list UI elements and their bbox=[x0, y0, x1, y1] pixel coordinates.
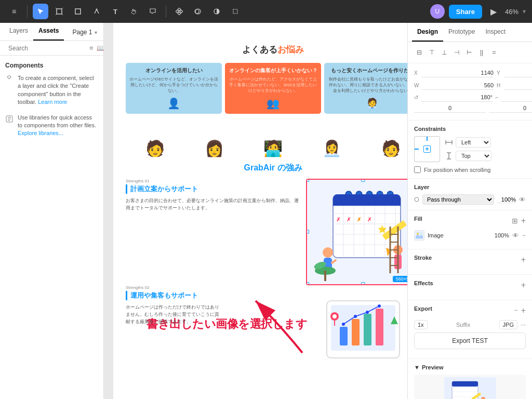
explore-libraries-link[interactable]: Explore libraries... bbox=[18, 130, 63, 136]
export-more-btn[interactable]: ··· bbox=[521, 321, 526, 328]
play-button[interactable]: ▶ bbox=[486, 4, 501, 19]
blend-icon bbox=[213, 8, 220, 15]
position-section: X Y W H ▲ ▼ bbox=[408, 63, 532, 121]
selection-handle-tm[interactable] bbox=[362, 179, 365, 182]
menu-button[interactable]: ≡ bbox=[6, 4, 22, 19]
fix-position-checkbox[interactable] bbox=[414, 166, 421, 173]
tab-design[interactable]: Design bbox=[412, 23, 443, 42]
w-field: W bbox=[414, 81, 494, 90]
card-1: オンラインを活用したい ホームページやECサイトなど、オンラインを活用したいけど… bbox=[126, 63, 222, 114]
layer-section: Layer Pass through Normal Multiply Scree… bbox=[408, 179, 532, 210]
svg-text:✗: ✗ bbox=[357, 217, 361, 222]
fill-section-header: Fill ⊞ + bbox=[414, 216, 526, 226]
fill-section: Fill ⊞ + Image 100% 👁 − bbox=[408, 210, 532, 249]
share-button[interactable]: Share bbox=[449, 5, 482, 19]
effects-add-btn[interactable]: + bbox=[521, 281, 526, 289]
svg-point-88 bbox=[417, 233, 419, 235]
h-input[interactable] bbox=[504, 81, 532, 90]
component-hint-text: To create a component, select a layer an… bbox=[18, 74, 98, 107]
tab-prototype[interactable]: Prototype bbox=[443, 23, 480, 42]
tab-inspect[interactable]: Inspect bbox=[480, 23, 511, 42]
w-input[interactable] bbox=[422, 81, 494, 90]
v-constraint-select[interactable]: Top Bottom Center Scale bbox=[456, 151, 491, 161]
canvas-area[interactable]: よくあるお悩み オンラインを活用したい ホームページやECサイトなど、オンライン… bbox=[104, 23, 407, 399]
fill-grid-icon[interactable]: ⊞ bbox=[512, 217, 518, 225]
fill-add-btn[interactable]: + bbox=[521, 217, 526, 225]
selection-handle-tl[interactable] bbox=[306, 179, 309, 182]
library-hint-text: Use libraries for quick access to compon… bbox=[18, 114, 98, 138]
fill-image-icon bbox=[415, 231, 423, 240]
selection-handle-ml[interactable] bbox=[306, 230, 309, 234]
export-button[interactable]: Export TEST bbox=[414, 332, 526, 349]
main-area: Layers Assets Page 1 ▾ ≡ 📖 Components bbox=[0, 23, 532, 399]
corner-icon: ⌐ bbox=[496, 95, 499, 100]
pen-tool[interactable] bbox=[89, 4, 104, 19]
preview-chevron-icon[interactable]: ▼ bbox=[414, 364, 420, 370]
h-constraint-select[interactable]: Left Right Center Scale bbox=[456, 137, 491, 148]
search-input[interactable] bbox=[8, 45, 86, 52]
selected-image-frame: ✗ ✗ ✗ ✗ ⭐ bbox=[306, 179, 407, 285]
eye-icon[interactable]: 👁 bbox=[519, 196, 526, 204]
zoom-level[interactable]: 46% bbox=[505, 8, 518, 16]
shape-tool[interactable] bbox=[70, 4, 86, 19]
frame-tool[interactable] bbox=[51, 4, 67, 19]
comment-tool[interactable] bbox=[145, 4, 161, 19]
zoom-chevron-icon[interactable]: ▾ bbox=[523, 8, 526, 15]
layer-row: Pass through Normal Multiply Screen 👁 bbox=[414, 194, 526, 205]
page-label[interactable]: Page 1 ▾ bbox=[71, 23, 100, 41]
export-add-btn[interactable]: + bbox=[521, 307, 526, 315]
tab-layers[interactable]: Layers bbox=[4, 23, 33, 41]
align-center-h-btn[interactable]: ⊤ bbox=[427, 47, 437, 58]
fill-swatch[interactable] bbox=[414, 230, 424, 241]
cards-row: オンラインを活用したい ホームページやECサイトなど、オンラインを活用したいけど… bbox=[126, 63, 407, 114]
effects-section-header: Effects + bbox=[414, 280, 526, 290]
text-tool[interactable]: T bbox=[108, 4, 123, 19]
rotation-input[interactable] bbox=[421, 93, 493, 102]
opacity-input[interactable] bbox=[497, 196, 516, 203]
svg-text:⭐: ⭐ bbox=[378, 225, 387, 234]
x-input[interactable] bbox=[422, 69, 494, 77]
align-right-btn[interactable]: ⊥ bbox=[439, 47, 449, 58]
export-minus-btn[interactable]: − bbox=[514, 307, 518, 315]
blend-tool[interactable] bbox=[209, 4, 224, 19]
card-3: もっと安くホームページを作りたい 制作会社に見積もりを取ったけどお金がないの作れ… bbox=[324, 63, 407, 114]
user-avatar[interactable]: U bbox=[430, 4, 445, 19]
hand-tool[interactable] bbox=[126, 4, 142, 19]
fill-eye-icon[interactable]: 👁 bbox=[512, 232, 519, 240]
svg-point-49 bbox=[323, 247, 333, 258]
export-scale[interactable]: 1x bbox=[414, 320, 428, 329]
fill-remove-btn[interactable]: − bbox=[522, 232, 526, 239]
export-section: Export − + 1x Suffix JPG ··· Export TEST bbox=[408, 300, 532, 359]
align-center-v-btn[interactable]: ⊢ bbox=[464, 47, 474, 58]
h-constraint-row: Left Right Center Scale bbox=[445, 137, 491, 148]
right-panel: Design Prototype Inspect ⊟ ⊤ ⊥ ⊣ ⊢ || = … bbox=[407, 23, 532, 399]
svg-point-77 bbox=[332, 314, 337, 318]
y-input[interactable] bbox=[504, 69, 532, 77]
align-top-btn[interactable]: ⊣ bbox=[451, 47, 462, 58]
list-view-icon[interactable]: ≡ bbox=[89, 44, 94, 52]
svg-line-3 bbox=[56, 14, 57, 15]
stroke-add-btn[interactable]: + bbox=[521, 256, 526, 264]
xy-row: X Y bbox=[414, 69, 526, 77]
learn-more-link[interactable]: Learn more bbox=[38, 99, 67, 105]
export-format[interactable]: JPG bbox=[499, 320, 517, 329]
y-field: Y bbox=[497, 69, 532, 77]
x-field: X bbox=[414, 69, 494, 77]
size-badge: 560×507 bbox=[393, 276, 407, 282]
align-left-btn[interactable]: ⊟ bbox=[414, 47, 424, 58]
cursor-tool[interactable] bbox=[33, 4, 48, 19]
corner-tl-input[interactable] bbox=[414, 104, 486, 113]
corner-radius-input[interactable] bbox=[501, 93, 532, 102]
corner-tr-input[interactable] bbox=[489, 104, 532, 113]
align-bottom-btn[interactable]: || bbox=[476, 47, 487, 58]
fill-row: Image 100% 👁 − bbox=[414, 230, 526, 241]
crop-tool[interactable] bbox=[228, 4, 243, 19]
component-tool[interactable] bbox=[171, 4, 187, 19]
constraint-dropdowns: Left Right Center Scale T bbox=[445, 137, 491, 161]
tab-assets[interactable]: Assets bbox=[33, 23, 64, 41]
distribute-btn[interactable]: = bbox=[489, 47, 499, 58]
mask-tool[interactable] bbox=[190, 4, 206, 19]
constraints-section: Constraints bbox=[408, 121, 532, 179]
blend-mode-select[interactable]: Pass through Normal Multiply Screen bbox=[422, 194, 494, 205]
annotation-area: 書き出したい画像を選択します Strengths 02 運用や集客もサポート ホ… bbox=[126, 285, 407, 368]
